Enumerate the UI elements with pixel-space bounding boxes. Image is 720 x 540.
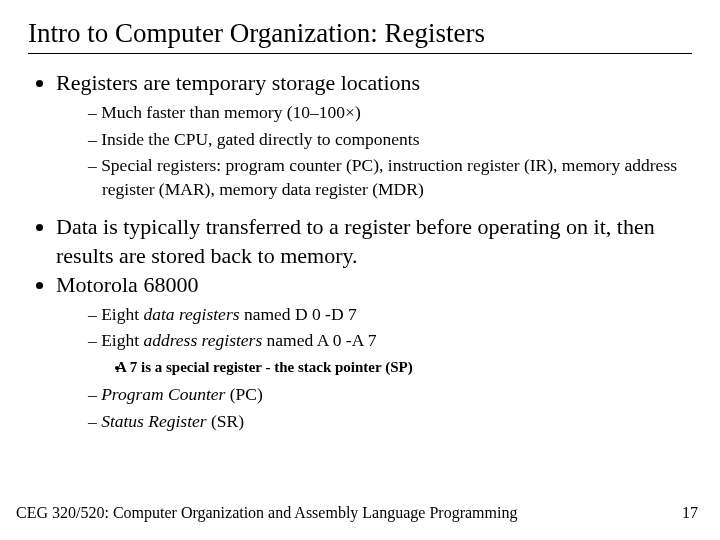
- bullet-text: Registers are temporary storage location…: [56, 70, 420, 95]
- bullet-list: Registers are temporary storage location…: [28, 68, 692, 433]
- bullet-text: Motorola 68000: [56, 272, 198, 297]
- sub-list: Eight data registers named D 0 -D 7 Eigh…: [56, 303, 692, 434]
- sub-item: Eight address registers named A 0 -A 7 A…: [88, 329, 692, 377]
- bullet-item: Motorola 68000 Eight data registers name…: [56, 270, 692, 434]
- footer: CEG 320/520: Computer Organization and A…: [16, 504, 698, 522]
- slide-title: Intro to Computer Organization: Register…: [28, 18, 692, 49]
- text: (PC): [225, 384, 262, 404]
- text: Eight: [101, 304, 143, 324]
- text: named D 0 -D 7: [240, 304, 357, 324]
- bullet-item: Data is typically transferred to a regis…: [56, 212, 692, 270]
- sub-sub-list: A 7 is a special register - the stack po…: [102, 357, 692, 377]
- page-number: 17: [682, 504, 698, 522]
- emph-text: Status Register: [101, 411, 206, 431]
- footer-course: CEG 320/520: Computer Organization and A…: [16, 504, 517, 522]
- bullet-item: Registers are temporary storage location…: [56, 68, 692, 202]
- sub-item: Program Counter (PC): [88, 383, 692, 407]
- text: named A 0 -A 7: [262, 330, 376, 350]
- sub-item: Much faster than memory (10–100×): [88, 101, 692, 125]
- sub-item: Special registers: program counter (PC),…: [88, 154, 692, 201]
- title-rule: [28, 53, 692, 54]
- sub-item: Inside the CPU, gated directly to compon…: [88, 128, 692, 152]
- text: Eight: [101, 330, 143, 350]
- text: (SR): [207, 411, 244, 431]
- sub-item: Eight data registers named D 0 -D 7: [88, 303, 692, 327]
- sub-list: Much faster than memory (10–100×) Inside…: [56, 101, 692, 202]
- sub-sub-item: A 7 is a special register - the stack po…: [130, 357, 692, 377]
- sub-item: Status Register (SR): [88, 410, 692, 434]
- emph-text: Program Counter: [101, 384, 225, 404]
- emph-text: address registers: [143, 330, 262, 350]
- emph-text: data registers: [143, 304, 239, 324]
